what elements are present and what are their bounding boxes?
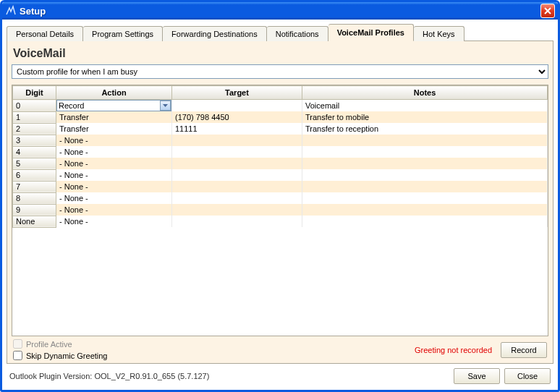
chevron-down-icon[interactable] <box>160 101 171 111</box>
cell-notes[interactable] <box>302 146 548 158</box>
cell-action[interactable]: Record <box>56 100 172 112</box>
col-notes[interactable]: Notes <box>302 86 548 100</box>
close-button[interactable]: Close <box>504 368 551 384</box>
cell-notes[interactable]: Transfer to reception <box>302 123 548 135</box>
digit-grid: Digit Action Target Notes 0RecordVoicema… <box>12 85 548 336</box>
cell-digit[interactable]: 2 <box>13 123 56 135</box>
cell-action[interactable]: - None - <box>56 135 172 146</box>
cell-action[interactable]: - None - <box>56 158 172 169</box>
table-row[interactable]: 2Transfer11111Transfer to reception <box>13 123 548 135</box>
section-title: VoiceMail <box>13 47 548 60</box>
cell-digit[interactable]: None <box>13 216 56 227</box>
cell-action[interactable]: - None - <box>56 181 172 192</box>
tab-voicemail-profiles[interactable]: VoiceMail Profiles <box>328 24 414 41</box>
tab-personal-details[interactable]: Personal Details <box>7 26 83 41</box>
save-button[interactable]: Save <box>454 368 500 384</box>
cell-notes[interactable] <box>302 192 548 204</box>
action-combo[interactable]: Record <box>56 100 171 111</box>
app-icon <box>5 5 17 17</box>
table-row[interactable]: 4- None - <box>13 146 548 158</box>
table-row[interactable]: 8- None - <box>13 192 548 204</box>
table-row[interactable]: 7- None - <box>13 181 548 192</box>
table-row[interactable]: 3- None - <box>13 135 548 146</box>
window-title: Setup <box>20 6 540 17</box>
cell-action[interactable]: - None - <box>56 204 172 216</box>
cell-notes[interactable] <box>302 135 548 146</box>
cell-target[interactable] <box>172 146 302 158</box>
table-row[interactable]: None- None - <box>13 216 548 227</box>
cell-target[interactable] <box>172 204 302 216</box>
cell-target[interactable]: (170) 798 4450 <box>172 111 302 123</box>
action-combo-value: Record <box>59 101 160 110</box>
cell-digit[interactable]: 9 <box>13 204 56 216</box>
col-target[interactable]: Target <box>172 86 302 100</box>
cell-digit[interactable]: 1 <box>13 111 56 123</box>
table-row[interactable]: 6- None - <box>13 169 548 181</box>
skip-dynamic-checkbox[interactable]: Skip Dynamic Greeting <box>13 351 108 360</box>
cell-notes[interactable] <box>302 158 548 169</box>
cell-target[interactable] <box>172 169 302 181</box>
cell-action[interactable]: - None - <box>56 192 172 204</box>
panel-bottom-strip: Profile Active Skip Dynamic Greeting Gre… <box>12 339 548 360</box>
footer: Outlook Plugin Version: OOL_V2_R0.91.0_6… <box>7 364 553 385</box>
cell-action[interactable]: Transfer <box>56 123 172 135</box>
version-text: Outlook Plugin Version: OOL_V2_R0.91.0_6… <box>9 372 449 380</box>
profile-active-label: Profile Active <box>26 340 72 349</box>
cell-notes[interactable] <box>302 204 548 216</box>
cell-action[interactable]: - None - <box>56 216 172 227</box>
cell-notes[interactable] <box>302 181 548 192</box>
client-area: Personal DetailsProgram SettingsForwardi… <box>2 20 558 390</box>
voicemail-panel: VoiceMail Custom profile for when I am b… <box>7 41 553 364</box>
tab-hot-keys[interactable]: Hot Keys <box>414 26 464 41</box>
cell-action[interactable]: Transfer <box>56 111 172 123</box>
col-action[interactable]: Action <box>56 86 172 100</box>
titlebar[interactable]: Setup <box>2 2 558 20</box>
tab-forwarding-destinations[interactable]: Forwarding Destinations <box>163 26 267 41</box>
record-button[interactable]: Record <box>501 342 547 358</box>
greeting-warning: Greeting not recorded <box>415 346 492 354</box>
cell-digit[interactable]: 7 <box>13 181 56 192</box>
window-close-button[interactable] <box>540 4 555 18</box>
cell-digit[interactable]: 0 <box>13 100 56 112</box>
profile-active-input <box>13 339 22 349</box>
table-row[interactable]: 9- None - <box>13 204 548 216</box>
cell-target[interactable]: 11111 <box>172 123 302 135</box>
cell-action[interactable]: - None - <box>56 169 172 181</box>
tab-program-settings[interactable]: Program Settings <box>83 26 163 41</box>
cell-notes[interactable] <box>302 169 548 181</box>
profile-active-checkbox: Profile Active <box>13 339 108 349</box>
cell-digit[interactable]: 3 <box>13 135 56 146</box>
skip-dynamic-input[interactable] <box>13 351 22 360</box>
cell-digit[interactable]: 6 <box>13 169 56 181</box>
table-row[interactable]: 1Transfer(170) 798 4450Transfer to mobil… <box>13 111 548 123</box>
skip-dynamic-label: Skip Dynamic Greeting <box>26 351 108 360</box>
cell-digit[interactable]: 4 <box>13 146 56 158</box>
cell-target[interactable] <box>172 158 302 169</box>
tab-notifications[interactable]: Notifications <box>267 26 328 41</box>
cell-digit[interactable]: 5 <box>13 158 56 169</box>
col-digit[interactable]: Digit <box>13 86 56 100</box>
cell-target[interactable] <box>172 192 302 204</box>
cell-target[interactable] <box>172 135 302 146</box>
table-row[interactable]: 5- None - <box>13 158 548 169</box>
cell-notes[interactable] <box>302 216 548 227</box>
cell-target[interactable] <box>172 216 302 227</box>
setup-window: Setup Personal DetailsProgram SettingsFo… <box>0 0 560 392</box>
cell-action[interactable]: - None - <box>56 146 172 158</box>
table-row[interactable]: 0RecordVoicemail <box>13 100 548 112</box>
cell-target[interactable] <box>172 181 302 192</box>
cell-target[interactable] <box>172 100 302 112</box>
cell-notes[interactable]: Transfer to mobile <box>302 111 548 123</box>
cell-notes[interactable]: Voicemail <box>302 100 548 112</box>
cell-digit[interactable]: 8 <box>13 192 56 204</box>
checkbox-area: Profile Active Skip Dynamic Greeting <box>13 339 108 360</box>
tab-row: Personal DetailsProgram SettingsForwardi… <box>7 24 553 41</box>
grid-header-row: Digit Action Target Notes <box>13 86 548 100</box>
grid-empty-area <box>12 228 548 336</box>
profile-select[interactable]: Custom profile for when I am busy <box>12 64 548 79</box>
